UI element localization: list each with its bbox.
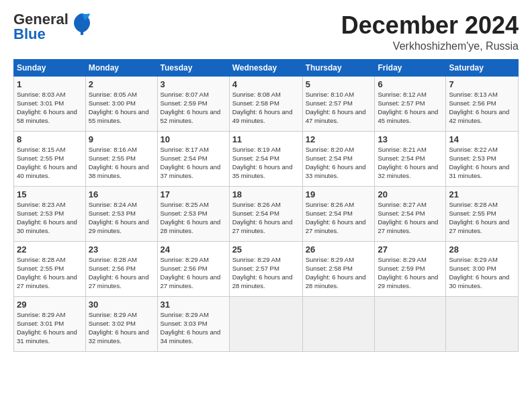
sunset-label: Sunset: 2:57 PM	[378, 99, 425, 107]
sunset-label: Sunset: 2:59 PM	[378, 265, 425, 272]
calendar-cell	[229, 296, 302, 351]
daylight-label: Daylight: 6 hours and 45 minutes.	[378, 108, 438, 124]
sunrise-label: Sunrise: 8:23 AM	[17, 201, 65, 208]
sunrise-label: Sunrise: 8:10 AM	[306, 91, 354, 98]
daylight-label: Daylight: 6 hours and 28 minutes.	[232, 273, 293, 289]
sunrise-label: Sunrise: 8:24 AM	[89, 201, 137, 208]
day-number: 13	[378, 134, 443, 146]
sunset-label: Sunset: 2:55 PM	[89, 154, 136, 162]
day-number: 16	[89, 189, 154, 201]
day-number: 4	[232, 79, 300, 91]
daylight-label: Daylight: 6 hours and 30 minutes.	[17, 218, 77, 234]
calendar-table: SundayMondayTuesdayWednesdayThursdayFrid…	[13, 59, 519, 352]
daylight-label: Daylight: 6 hours and 31 minutes.	[17, 328, 77, 345]
calendar-cell: 28 Sunrise: 8:29 AM Sunset: 3:00 PM Dayl…	[446, 241, 519, 296]
calendar-cell: 13 Sunrise: 8:21 AM Sunset: 2:54 PM Dayl…	[375, 131, 446, 186]
day-number: 5	[306, 79, 372, 91]
day-number: 2	[89, 79, 154, 91]
sunrise-label: Sunrise: 8:17 AM	[161, 146, 209, 153]
daylight-label: Daylight: 6 hours and 34 minutes.	[161, 328, 221, 345]
daylight-label: Daylight: 6 hours and 40 minutes.	[17, 163, 77, 179]
daylight-label: Daylight: 6 hours and 27 minutes.	[89, 273, 149, 289]
daylight-label: Daylight: 6 hours and 27 minutes.	[161, 273, 221, 289]
day-number: 6	[378, 79, 443, 91]
daylight-label: Daylight: 6 hours and 52 minutes.	[161, 108, 221, 124]
title-block: December 2024 Verkhoshizhem'ye, Russia	[341, 12, 519, 52]
sunrise-label: Sunrise: 8:08 AM	[232, 91, 281, 98]
day-number: 26	[306, 244, 372, 256]
calendar-cell: 31 Sunrise: 8:29 AM Sunset: 3:03 PM Dayl…	[157, 296, 229, 351]
day-number: 14	[449, 134, 515, 146]
sunset-label: Sunset: 2:53 PM	[449, 154, 496, 162]
day-number: 3	[161, 79, 226, 91]
page-header: General Blue December 2024 Verkhoshizhem…	[13, 12, 519, 52]
calendar-cell: 27 Sunrise: 8:29 AM Sunset: 2:59 PM Dayl…	[375, 241, 446, 296]
day-number: 25	[232, 244, 300, 256]
sunset-label: Sunset: 3:03 PM	[161, 320, 208, 327]
calendar-cell: 16 Sunrise: 8:24 AM Sunset: 2:53 PM Dayl…	[85, 186, 157, 241]
day-number: 1	[17, 79, 83, 91]
calendar-cell: 17 Sunrise: 8:25 AM Sunset: 2:53 PM Dayl…	[157, 186, 229, 241]
sunset-label: Sunset: 2:55 PM	[17, 154, 64, 162]
sunset-label: Sunset: 2:57 PM	[232, 265, 279, 272]
day-number: 29	[17, 299, 83, 311]
day-number: 27	[378, 244, 443, 256]
calendar-cell: 6 Sunrise: 8:12 AM Sunset: 2:57 PM Dayli…	[375, 76, 446, 131]
daylight-label: Daylight: 6 hours and 27 minutes.	[17, 273, 77, 289]
daylight-label: Daylight: 6 hours and 27 minutes.	[232, 218, 293, 234]
calendar-cell: 10 Sunrise: 8:17 AM Sunset: 2:54 PM Dayl…	[157, 131, 229, 186]
sunrise-label: Sunrise: 8:28 AM	[449, 201, 497, 208]
sunset-label: Sunset: 2:58 PM	[232, 99, 279, 107]
sunset-label: Sunset: 2:55 PM	[449, 210, 496, 217]
daylight-label: Daylight: 6 hours and 35 minutes.	[232, 163, 293, 179]
logo-bird-icon	[73, 12, 91, 39]
month-title: December 2024	[341, 12, 519, 39]
sunset-label: Sunset: 3:01 PM	[17, 320, 64, 327]
location: Verkhoshizhem'ye, Russia	[341, 40, 519, 52]
sunset-label: Sunset: 2:53 PM	[161, 210, 208, 217]
day-number: 10	[161, 134, 226, 146]
day-number: 12	[306, 134, 372, 146]
calendar-cell: 3 Sunrise: 8:07 AM Sunset: 2:59 PM Dayli…	[157, 76, 229, 131]
day-number: 9	[89, 134, 154, 146]
sunrise-label: Sunrise: 8:20 AM	[306, 146, 354, 153]
calendar-cell: 7 Sunrise: 8:13 AM Sunset: 2:56 PM Dayli…	[446, 76, 519, 131]
calendar-cell: 24 Sunrise: 8:29 AM Sunset: 2:56 PM Dayl…	[157, 241, 229, 296]
sunset-label: Sunset: 2:56 PM	[161, 265, 208, 272]
sunset-label: Sunset: 2:53 PM	[17, 210, 64, 217]
sunset-label: Sunset: 2:54 PM	[378, 154, 425, 162]
daylight-label: Daylight: 6 hours and 42 minutes.	[449, 108, 509, 124]
calendar-cell: 1 Sunrise: 8:03 AM Sunset: 3:01 PM Dayli…	[14, 76, 86, 131]
calendar-cell: 15 Sunrise: 8:23 AM Sunset: 2:53 PM Dayl…	[14, 186, 86, 241]
calendar-cell: 4 Sunrise: 8:08 AM Sunset: 2:58 PM Dayli…	[229, 76, 302, 131]
day-number: 8	[17, 134, 83, 146]
col-header-sunday: Sunday	[14, 59, 86, 76]
day-number: 21	[449, 189, 515, 201]
sunset-label: Sunset: 2:53 PM	[89, 210, 136, 217]
sunset-label: Sunset: 2:54 PM	[378, 210, 425, 217]
sunrise-label: Sunrise: 8:25 AM	[161, 201, 209, 208]
daylight-label: Daylight: 6 hours and 55 minutes.	[89, 108, 149, 124]
sunrise-label: Sunrise: 8:15 AM	[17, 146, 65, 153]
sunrise-label: Sunrise: 8:29 AM	[89, 311, 137, 318]
daylight-label: Daylight: 6 hours and 37 minutes.	[161, 163, 221, 179]
sunset-label: Sunset: 2:56 PM	[449, 99, 496, 107]
daylight-label: Daylight: 6 hours and 29 minutes.	[378, 273, 438, 289]
daylight-label: Daylight: 6 hours and 31 minutes.	[449, 163, 509, 179]
day-number: 22	[17, 244, 83, 256]
calendar-cell: 2 Sunrise: 8:05 AM Sunset: 3:00 PM Dayli…	[85, 76, 157, 131]
calendar-cell: 29 Sunrise: 8:29 AM Sunset: 3:01 PM Dayl…	[14, 296, 86, 351]
sunset-label: Sunset: 3:01 PM	[17, 99, 64, 107]
calendar-cell	[446, 296, 519, 351]
sunrise-label: Sunrise: 8:03 AM	[17, 91, 65, 98]
calendar-cell: 11 Sunrise: 8:19 AM Sunset: 2:54 PM Dayl…	[229, 131, 302, 186]
sunset-label: Sunset: 2:54 PM	[306, 210, 353, 217]
col-header-friday: Friday	[375, 59, 446, 76]
sunrise-label: Sunrise: 8:07 AM	[161, 91, 209, 98]
calendar-cell: 18 Sunrise: 8:26 AM Sunset: 2:54 PM Dayl…	[229, 186, 302, 241]
sunrise-label: Sunrise: 8:28 AM	[17, 256, 65, 263]
calendar-cell: 23 Sunrise: 8:28 AM Sunset: 2:56 PM Dayl…	[85, 241, 157, 296]
day-number: 20	[378, 189, 443, 201]
sunrise-label: Sunrise: 8:16 AM	[89, 146, 137, 153]
sunrise-label: Sunrise: 8:29 AM	[161, 311, 209, 318]
